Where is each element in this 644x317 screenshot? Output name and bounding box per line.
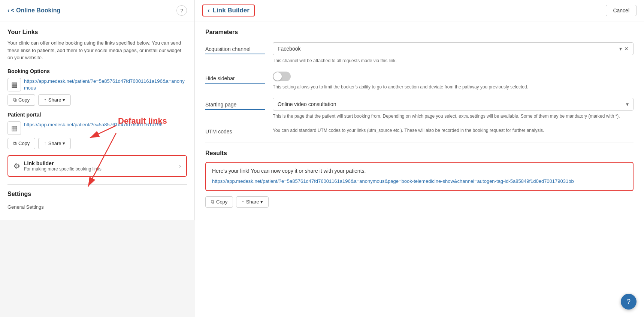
hide-sidebar-label: Hide sidebar	[205, 72, 265, 84]
settings-section: Settings General Settings	[7, 184, 187, 213]
acquisition-channel-select[interactable]: Facebook ▾ ✕	[273, 42, 634, 55]
back-to-online-booking[interactable]: ‹ < Online Booking	[7, 7, 60, 14]
hide-sidebar-toggle[interactable]	[273, 72, 291, 81]
starting-page-row: Starting page Online video consultation …	[205, 98, 634, 120]
link-builder-header-label: Link Builder	[213, 7, 250, 14]
result-box: Here's your link! You can now copy it or…	[205, 162, 634, 191]
booking-options-title: Booking Options	[7, 68, 187, 74]
clear-icon[interactable]: ✕	[624, 46, 629, 52]
cancel-button[interactable]: Cancel	[606, 5, 637, 16]
acquisition-channel-hint: This channel will be attached to all req…	[273, 57, 634, 64]
hide-sidebar-toggle-wrapper	[273, 72, 634, 81]
share-patient-portal-button[interactable]: ↑ Share ▾	[38, 138, 71, 149]
qr-code-icon-2[interactable]: ▦	[7, 121, 21, 135]
acquisition-channel-row: Acquisition channel Facebook ▾ ✕ This ch…	[205, 42, 634, 64]
acquisition-channel-value: Facebook	[278, 46, 619, 52]
settings-title: Settings	[7, 191, 187, 197]
your-links-desc: Your clinic can offer online booking usi…	[7, 39, 187, 61]
sliders-icon: ⚙	[13, 161, 20, 170]
right-header: ‹ Link Builder Cancel	[195, 0, 644, 21]
share-result-button[interactable]: ↑ Share ▾	[236, 196, 269, 208]
link-builder-header: ‹ Link Builder	[202, 4, 255, 16]
qr-code-icon[interactable]: ▦	[7, 78, 21, 91]
toggle-knob	[273, 72, 282, 81]
back-label: < Online Booking	[11, 7, 60, 14]
link-builder-chevron-icon: ›	[179, 163, 181, 169]
patient-portal-link-item: ▦ https://app.medesk.net/patient/?e=5a85…	[7, 121, 187, 149]
booking-options-btn-group: ⧉ Copy ↑ Share ▾	[7, 94, 187, 106]
help-button[interactable]: ?	[176, 5, 187, 16]
patient-portal-link[interactable]: https://app.medesk.net/patient/?e=5a8576…	[24, 121, 163, 128]
starting-page-chevron-icon: ▾	[626, 101, 629, 107]
share-icon-1: ↑	[44, 97, 46, 103]
general-settings-item[interactable]: General Settings	[7, 201, 187, 213]
hide-sidebar-control: This setting allows you to limit the boo…	[273, 72, 634, 90]
booking-options-link[interactable]: https://app.medesk.net/patient/?e=5a8576…	[24, 78, 187, 91]
link-builder-back-icon: ‹	[208, 7, 210, 14]
floating-help-button[interactable]: ?	[621, 294, 637, 310]
patient-portal-title: Patient portal	[7, 112, 187, 118]
copy-booking-options-button[interactable]: ⧉ Copy	[7, 94, 35, 106]
back-chevron-icon: ‹	[7, 7, 9, 14]
floating-help-icon: ?	[627, 298, 631, 306]
result-message: Here's your link! You can now copy it or…	[212, 168, 627, 174]
help-icon: ?	[180, 8, 183, 13]
copy-icon-2: ⧉	[13, 141, 16, 147]
starting-page-label: Starting page	[205, 98, 265, 110]
copy-icon-1: ⧉	[13, 97, 16, 103]
booking-options-link-item: ▦ https://app.medesk.net/patient/?e=5a85…	[7, 78, 187, 106]
hide-sidebar-hint: This setting allows you to limit the boo…	[273, 84, 634, 90]
acquisition-channel-control: Facebook ▾ ✕ This channel will be attach…	[273, 42, 634, 64]
dropdown-chevron-icon: ▾	[619, 46, 622, 52]
results-title: Results	[205, 150, 634, 157]
parameters-title: Parameters	[205, 29, 634, 36]
right-panel: ‹ Link Builder Cancel Parameters Acquisi…	[195, 0, 644, 317]
share-result-icon: ↑	[242, 199, 244, 205]
utm-codes-hint: You can add standard UTM codes to your l…	[273, 127, 634, 134]
patient-portal-btn-group: ⧉ Copy ↑ Share ▾	[7, 138, 187, 149]
hide-sidebar-row: Hide sidebar This setting allows you to …	[205, 72, 634, 90]
acquisition-channel-label: Acquisition channel	[205, 42, 265, 54]
copy-result-icon: ⧉	[211, 199, 214, 205]
copy-patient-portal-button[interactable]: ⧉ Copy	[7, 138, 35, 149]
right-content: Parameters Acquisition channel Facebook …	[195, 21, 644, 317]
starting-page-control: Online video consultation ▾ This is the …	[273, 98, 634, 120]
starting-page-select[interactable]: Online video consultation ▾	[273, 98, 634, 111]
starting-page-hint: This is the page that the patient will s…	[273, 113, 634, 120]
link-builder-subtitle: For making more specific booking links	[24, 166, 102, 172]
utm-codes-row: UTM codes You can add standard UTM codes…	[205, 127, 634, 135]
utm-codes-label: UTM codes	[205, 127, 265, 135]
result-link[interactable]: https://app.medesk.net/patient/?e=5a8576…	[212, 178, 627, 185]
starting-page-value: Online video consultation	[278, 101, 626, 107]
share-booking-options-button[interactable]: ↑ Share ▾	[38, 94, 71, 106]
link-builder-item[interactable]: ⚙ Link builder For making more specific …	[7, 155, 187, 177]
share-icon-2: ↑	[44, 141, 46, 146]
result-btn-group: ⧉ Copy ↑ Share ▾	[205, 196, 634, 208]
link-builder-title: Link builder	[24, 160, 102, 166]
your-links-title: Your Links	[7, 29, 187, 36]
copy-result-button[interactable]: ⧉ Copy	[205, 196, 233, 208]
